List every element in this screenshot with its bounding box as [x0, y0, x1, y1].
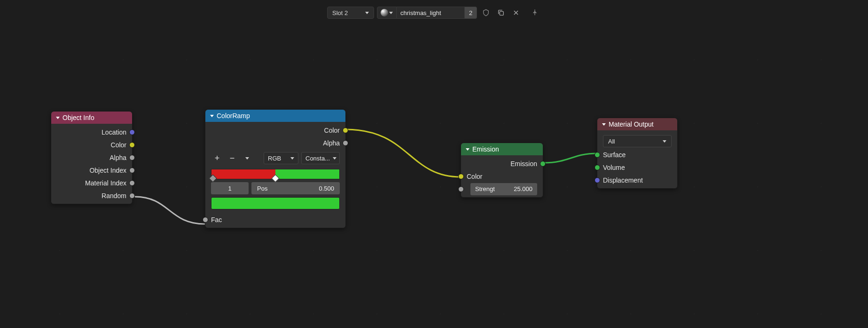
input-surface: Surface — [597, 148, 677, 161]
node-title: Material Output — [609, 120, 654, 128]
chevron-down-icon — [389, 12, 393, 14]
socket-float[interactable] — [343, 140, 348, 146]
material-icon — [381, 9, 388, 16]
material-users-count: 2 — [469, 9, 472, 16]
input-displacement: Displacement — [597, 174, 677, 186]
chevron-down-icon — [466, 148, 469, 151]
ramp-stop-color-swatch[interactable] — [211, 197, 340, 209]
socket-color[interactable] — [458, 174, 464, 179]
unlink-material-button[interactable] — [510, 7, 522, 19]
chevron-down-icon — [663, 140, 666, 143]
chevron-down-icon — [290, 157, 294, 160]
node-emission[interactable]: Emission Emission Color Strengt 25.000 — [461, 143, 543, 198]
color-ramp-gradient[interactable] — [211, 169, 340, 179]
new-material-button[interactable] — [495, 7, 507, 19]
material-name-field[interactable]: christmas_light — [397, 7, 465, 19]
shield-icon — [482, 9, 490, 16]
chevron-down-icon — [210, 115, 214, 117]
ramp-remove-stop-button[interactable]: − — [226, 152, 238, 164]
input-color: Color — [461, 170, 543, 183]
fake-user-button[interactable] — [480, 7, 492, 19]
socket-color[interactable] — [343, 128, 348, 133]
node-title: ColorRamp — [217, 112, 250, 120]
ramp-add-stop-button[interactable]: + — [211, 152, 223, 164]
chevron-down-icon — [245, 157, 249, 160]
output-color: Color — [51, 138, 132, 151]
node-object-info[interactable]: Object Info Location Color Alpha Object … — [51, 111, 133, 204]
socket-color[interactable] — [129, 142, 135, 148]
socket-shader[interactable] — [540, 161, 546, 167]
svg-rect-0 — [500, 11, 503, 15]
node-header[interactable]: Object Info — [51, 112, 132, 124]
material-header: Slot 2 christmas_light 2 — [0, 7, 868, 19]
material-slot-dropdown[interactable]: Slot 2 — [327, 7, 374, 19]
socket-float[interactable] — [129, 193, 135, 199]
socket-float[interactable] — [129, 180, 135, 186]
output-random: Random — [51, 189, 132, 202]
ramp-color-mode-dropdown[interactable]: RGB — [264, 152, 298, 164]
input-fac: Fac — [205, 213, 345, 226]
ramp-stop-0[interactable] — [209, 175, 217, 183]
socket-float[interactable] — [129, 155, 135, 160]
close-icon — [513, 9, 519, 16]
input-volume: Volume — [597, 161, 677, 174]
node-header[interactable]: ColorRamp — [205, 110, 345, 122]
output-target-dropdown[interactable]: All — [603, 135, 672, 147]
material-users-button[interactable]: 2 — [465, 7, 477, 19]
node-title: Emission — [472, 145, 499, 153]
ramp-stop-position-field[interactable]: Pos 0.500 — [251, 182, 340, 194]
output-emission: Emission — [461, 157, 543, 170]
node-material-output[interactable]: Material Output All Surface Volume Displ… — [597, 118, 678, 189]
node-color-ramp[interactable]: ColorRamp Color Alpha + − RGB Consta... — [205, 109, 346, 228]
node-header[interactable]: Emission — [461, 143, 543, 155]
output-color: Color — [205, 124, 345, 136]
socket-shader[interactable] — [594, 165, 600, 170]
material-name-text: christmas_light — [400, 9, 441, 16]
slot-label: Slot 2 — [332, 9, 348, 16]
material-browse-button[interactable] — [377, 7, 397, 19]
output-alpha: Alpha — [51, 151, 132, 164]
ramp-stop-index-field[interactable]: 1 — [211, 182, 249, 194]
chevron-down-icon — [333, 157, 336, 160]
chevron-down-icon — [602, 123, 606, 126]
output-location: Location — [51, 126, 132, 138]
socket-float[interactable] — [203, 217, 208, 223]
socket-shader[interactable] — [594, 152, 600, 158]
strength-field[interactable]: Strengt 25.000 — [470, 183, 537, 195]
socket-float[interactable] — [458, 186, 464, 192]
duplicate-icon — [497, 9, 505, 16]
node-title: Object Info — [63, 114, 94, 121]
output-material-index: Material Index — [51, 176, 132, 189]
input-strength: Strengt 25.000 — [461, 183, 543, 195]
output-object-index: Object Index — [51, 164, 132, 176]
ramp-stop-1[interactable] — [272, 175, 280, 183]
socket-vector[interactable] — [129, 129, 135, 135]
pin-icon — [531, 9, 539, 16]
chevron-down-icon — [56, 117, 60, 119]
node-header[interactable]: Material Output — [597, 118, 677, 130]
ramp-interpolation-dropdown[interactable]: Consta... — [301, 152, 340, 164]
pin-button[interactable] — [529, 7, 541, 19]
chevron-down-icon — [365, 12, 369, 14]
socket-vector[interactable] — [594, 177, 600, 183]
socket-float[interactable] — [129, 168, 135, 173]
ramp-tools-menu[interactable] — [241, 152, 253, 164]
output-alpha: Alpha — [205, 136, 345, 149]
